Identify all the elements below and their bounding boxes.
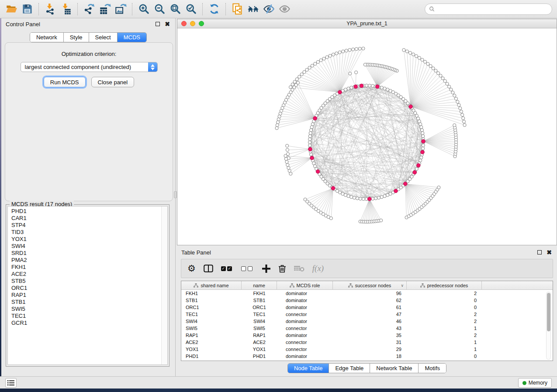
- select-all-rows-icon[interactable]: ✓✓: [221, 263, 233, 274]
- table-cell[interactable]: 0: [407, 354, 482, 359]
- mcds-result-item[interactable]: PHD1: [8, 206, 167, 215]
- refresh-icon[interactable]: [206, 2, 222, 17]
- table-cell[interactable]: connector: [277, 347, 333, 352]
- table-cell[interactable]: dominator: [277, 298, 333, 303]
- table-cell[interactable]: YOX1: [181, 347, 242, 352]
- table-cell[interactable]: 0: [407, 305, 482, 310]
- delete-table-icon[interactable]: [294, 263, 304, 274]
- window-zoom-icon[interactable]: [199, 21, 204, 26]
- column-header-predecessor-nodes[interactable]: predecessor nodes: [407, 281, 482, 289]
- delete-column-icon[interactable]: [278, 263, 286, 274]
- table-row[interactable]: RAP1RAP1dominator352: [181, 332, 553, 339]
- mcds-result-item[interactable]: STB5: [8, 278, 167, 285]
- table-cell[interactable]: STB1: [242, 298, 277, 303]
- table-cell[interactable]: PHD1: [181, 354, 242, 359]
- window-minimize-icon[interactable]: [190, 21, 195, 26]
- table-row[interactable]: STB1STB1dominator620: [181, 297, 553, 304]
- table-row[interactable]: SWI5SWI5connector431: [181, 325, 553, 332]
- task-history-button[interactable]: [5, 378, 17, 388]
- table-cell[interactable]: 61: [333, 305, 407, 310]
- table-cell[interactable]: 2: [407, 319, 482, 324]
- window-close-icon[interactable]: [181, 21, 187, 26]
- table-row[interactable]: ACE2ACE2connector311: [181, 339, 553, 346]
- search-input[interactable]: [438, 6, 548, 13]
- table-cell[interactable]: 31: [333, 340, 407, 345]
- table-cell[interactable]: 35: [333, 333, 407, 338]
- open-file-icon[interactable]: [3, 2, 19, 17]
- table-cell[interactable]: dominator: [277, 333, 333, 338]
- panel-splitter-handle[interactable]: [174, 191, 177, 198]
- table-cell[interactable]: 96: [333, 291, 407, 296]
- table-cell[interactable]: 2: [407, 291, 482, 296]
- mcds-list-scrollbar[interactable]: [161, 206, 167, 364]
- close-table-panel-icon[interactable]: ✖: [546, 249, 553, 256]
- zoom-fit-icon[interactable]: [167, 2, 183, 17]
- export-network-icon[interactable]: [81, 2, 97, 17]
- table-scrollbar-thumb[interactable]: [547, 293, 550, 331]
- column-header-name[interactable]: name: [242, 281, 277, 289]
- table-cell[interactable]: FKH1: [242, 291, 277, 296]
- zoom-in-icon[interactable]: [136, 2, 152, 17]
- zoom-selected-icon[interactable]: [183, 2, 199, 17]
- table-cell[interactable]: 1: [407, 326, 482, 331]
- mcds-result-item[interactable]: GCR1: [8, 320, 167, 327]
- mcds-result-item[interactable]: FKH1: [8, 264, 167, 271]
- tab-select[interactable]: Select: [89, 33, 118, 42]
- float-table-panel-icon[interactable]: [536, 249, 543, 256]
- table-row[interactable]: FKH1FKH1dominator962: [181, 290, 553, 297]
- table-row[interactable]: PHD1PHD1dominator180: [181, 353, 553, 360]
- table-row[interactable]: ORC1ORC1dominator610: [181, 304, 553, 311]
- table-cell[interactable]: 62: [333, 298, 407, 303]
- mcds-result-item[interactable]: TEC1: [8, 313, 167, 320]
- function-builder-icon[interactable]: f(x): [312, 263, 324, 274]
- memory-button[interactable]: Memory: [518, 378, 552, 388]
- hide-selected-icon[interactable]: [277, 2, 292, 17]
- table-cell[interactable]: ORC1: [242, 305, 277, 310]
- network-graph[interactable]: [177, 28, 557, 245]
- table-cell[interactable]: connector: [277, 340, 333, 345]
- deselect-all-rows-icon[interactable]: [241, 263, 254, 274]
- mcds-result-item[interactable]: SWI4: [8, 243, 167, 250]
- table-cell[interactable]: ORC1: [181, 305, 242, 310]
- tab-style[interactable]: Style: [64, 33, 89, 42]
- float-panel-icon[interactable]: [154, 21, 161, 28]
- mcds-result-item[interactable]: PMA2: [8, 257, 167, 264]
- mcds-result-item[interactable]: TID3: [8, 229, 167, 236]
- table-cell[interactable]: 29: [333, 347, 407, 352]
- mcds-result-item[interactable]: RAP1: [8, 292, 167, 299]
- table-cell[interactable]: PHD1: [242, 354, 277, 359]
- table-cell[interactable]: 47: [333, 312, 407, 317]
- mcds-result-item[interactable]: STP4: [8, 222, 167, 229]
- table-row[interactable]: SWI4SWI4dominator462: [181, 318, 553, 325]
- table-cell[interactable]: 1: [407, 347, 482, 352]
- add-column-icon[interactable]: [262, 263, 270, 274]
- mcds-result-item[interactable]: CAR1: [8, 215, 167, 222]
- mcds-result-item[interactable]: ACE2: [8, 271, 167, 278]
- table-cell[interactable]: 46: [333, 319, 407, 324]
- first-neighbors-icon[interactable]: [245, 2, 261, 17]
- table-cell[interactable]: SWI4: [242, 319, 277, 324]
- table-cell[interactable]: STB1: [181, 298, 242, 303]
- show-columns-icon[interactable]: [204, 263, 213, 274]
- column-header-successor-nodes[interactable]: successor nodes∨: [333, 281, 407, 289]
- close-panel-icon[interactable]: ✖: [164, 21, 171, 28]
- table-cell[interactable]: 43: [333, 326, 407, 331]
- table-settings-icon[interactable]: ⚙: [187, 263, 196, 274]
- table-cell[interactable]: connector: [277, 326, 333, 331]
- run-mcds-button[interactable]: Run MCDS: [44, 77, 86, 87]
- new-network-from-selection-icon[interactable]: [229, 2, 245, 17]
- table-cell[interactable]: 1: [407, 340, 482, 345]
- table-cell[interactable]: 2: [407, 333, 482, 338]
- mcds-result-item[interactable]: YOX1: [8, 236, 167, 243]
- mcds-result-item[interactable]: ORC1: [8, 285, 167, 292]
- tab-network[interactable]: Network: [30, 33, 64, 42]
- mcds-result-item[interactable]: STB1: [8, 299, 167, 306]
- table-cell[interactable]: 2: [407, 312, 482, 317]
- mcds-result-item[interactable]: SRD1: [8, 250, 167, 257]
- table-cell[interactable]: connector: [277, 312, 333, 317]
- column-header-shared-name[interactable]: shared name: [181, 281, 242, 289]
- table-cell[interactable]: TEC1: [181, 312, 242, 317]
- import-table-icon[interactable]: [58, 2, 74, 17]
- table-tab-edge-table[interactable]: Edge Table: [329, 364, 370, 373]
- table-cell[interactable]: SWI4: [181, 319, 242, 324]
